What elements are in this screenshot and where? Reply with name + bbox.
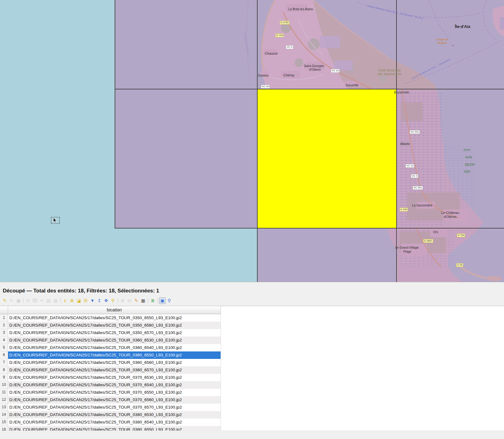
copy-features-button: ▤ <box>45 297 52 304</box>
row-number[interactable]: 2 <box>0 322 8 329</box>
reload-button: ⟳ <box>25 297 31 304</box>
table-row[interactable]: 14D:/EN_COURS/REF_DATA/IGN/SCAN25/17/dal… <box>0 411 221 419</box>
conditional-formatting-button[interactable]: ≣ <box>149 297 156 304</box>
location-cell[interactable]: D:/EN_COURS/REF_DATA/IGN/SCAN25/17/dalle… <box>8 389 221 396</box>
location-cell[interactable]: D:/EN_COURS/REF_DATA/IGN/SCAN25/17/dalle… <box>8 411 221 419</box>
table-corner-cell[interactable] <box>0 306 8 314</box>
location-cell[interactable]: D:/EN_COURS/REF_DATA/IGN/SCAN25/17/dalle… <box>8 366 221 374</box>
selected-tile[interactable] <box>257 89 396 228</box>
location-cell[interactable]: D:/EN_COURS/REF_DATA/IGN/SCAN25/17/dalle… <box>8 329 221 337</box>
map-tile[interactable] <box>397 229 504 282</box>
paste-features-button: ▥ <box>52 297 59 304</box>
pan-to-selection-button[interactable]: ✥ <box>103 297 109 304</box>
deselect-all-button[interactable]: ☒ <box>82 297 89 304</box>
toolbar-separator <box>60 298 61 303</box>
attribute-table-panel: Découpé — Total des entités: 18, Filtrée… <box>0 282 504 439</box>
row-number[interactable]: 6 <box>0 351 8 359</box>
cut-features-button: ✂ <box>39 297 45 304</box>
table-row[interactable]: 9D:/EN_COURS/REF_DATA/IGN/SCAN25/17/dall… <box>0 374 221 381</box>
location-cell[interactable]: D:/EN_COURS/REF_DATA/IGN/SCAN25/17/dalle… <box>8 426 221 431</box>
filter-select-button[interactable]: ▼ <box>89 297 96 304</box>
column-header-location[interactable]: location <box>8 306 221 314</box>
table-row[interactable]: 11D:/EN_COURS/REF_DATA/IGN/SCAN25/17/dal… <box>0 389 221 396</box>
toolbar-separator <box>23 298 24 303</box>
row-number[interactable]: 14 <box>0 411 8 419</box>
delete-field-button: ⊟ <box>126 297 133 304</box>
save-edits-button: ▣ <box>15 297 22 304</box>
qgis-window: La Brée-les-BainsChaucreDominoChéraySain… <box>0 0 504 439</box>
toolbar-separator <box>118 298 118 303</box>
tile-grid-line <box>257 0 258 282</box>
row-number[interactable]: 4 <box>0 337 8 344</box>
table-row[interactable]: 15D:/EN_COURS/REF_DATA/IGN/SCAN25/17/dal… <box>0 419 221 426</box>
attribute-table: location 1D:/EN_COURS/REF_DATA/IGN/SCAN2… <box>0 306 504 430</box>
dock-attribute-table-button[interactable]: ▣ <box>159 297 166 304</box>
table-row[interactable]: 3D:/EN_COURS/REF_DATA/IGN/SCAN25/17/dall… <box>0 329 221 337</box>
location-cell[interactable]: D:/EN_COURS/REF_DATA/IGN/SCAN25/17/dalle… <box>8 337 221 344</box>
row-number[interactable]: 8 <box>0 366 8 374</box>
table-body: 1D:/EN_COURS/REF_DATA/IGN/SCAN25/17/dall… <box>0 314 221 431</box>
table-row[interactable]: 7D:/EN_COURS/REF_DATA/IGN/SCAN25/17/dall… <box>0 359 221 366</box>
zoom-to-selection-button[interactable]: ⚲ <box>110 297 116 304</box>
row-number[interactable]: 11 <box>0 389 8 396</box>
row-number[interactable]: 3 <box>0 329 8 337</box>
toolbar-separator <box>158 298 158 303</box>
location-cell[interactable]: D:/EN_COURS/REF_DATA/IGN/SCAN25/17/dalle… <box>8 359 221 366</box>
location-cell[interactable]: D:/EN_COURS/REF_DATA/IGN/SCAN25/17/dalle… <box>8 419 221 426</box>
location-cell[interactable]: D:/EN_COURS/REF_DATA/IGN/SCAN25/17/dalle… <box>8 344 221 351</box>
map-canvas[interactable]: La Brée-les-BainsChaucreDominoChéraySain… <box>0 0 504 282</box>
location-cell[interactable]: D:/EN_COURS/REF_DATA/IGN/SCAN25/17/dalle… <box>8 351 221 359</box>
multi-edit-button: ✎ <box>8 297 15 304</box>
selection-cursor-icon <box>51 217 60 224</box>
row-number[interactable]: 7 <box>0 359 8 366</box>
table-row[interactable]: 6D:/EN_COURS/REF_DATA/IGN/SCAN25/17/dall… <box>0 351 221 359</box>
table-row[interactable]: 8D:/EN_COURS/REF_DATA/IGN/SCAN25/17/dall… <box>0 366 221 374</box>
location-cell[interactable]: D:/EN_COURS/REF_DATA/IGN/SCAN25/17/dalle… <box>8 374 221 381</box>
table-row[interactable]: 10D:/EN_COURS/REF_DATA/IGN/SCAN25/17/dal… <box>0 381 221 389</box>
open-calculator-button[interactable]: ▦ <box>140 297 146 304</box>
table-row[interactable]: 16D:/EN_COURS/REF_DATA/IGN/SCAN25/17/dal… <box>0 426 221 431</box>
select-all-button[interactable]: ≣ <box>69 297 75 304</box>
location-cell[interactable]: D:/EN_COURS/REF_DATA/IGN/SCAN25/17/dalle… <box>8 404 221 411</box>
map-tile[interactable] <box>397 89 504 228</box>
table-header-row: location <box>0 306 221 314</box>
map-tile[interactable] <box>115 0 257 89</box>
map-tile[interactable] <box>397 0 504 89</box>
row-number[interactable]: 1 <box>0 314 8 322</box>
location-cell[interactable]: D:/EN_COURS/REF_DATA/IGN/SCAN25/17/dalle… <box>8 322 221 329</box>
panel-title: Découpé — Total des entités: 18, Filtrée… <box>3 288 159 294</box>
map-tile[interactable] <box>258 229 396 282</box>
table-row[interactable]: 13D:/EN_COURS/REF_DATA/IGN/SCAN25/17/dal… <box>0 404 221 411</box>
location-cell[interactable]: D:/EN_COURS/REF_DATA/IGN/SCAN25/17/dalle… <box>8 314 221 322</box>
row-number[interactable]: 15 <box>0 419 8 426</box>
row-number[interactable]: 16 <box>0 426 8 431</box>
delete-selected-button: ⌧ <box>32 297 38 304</box>
toolbar-separator <box>148 298 148 303</box>
toggle-editing-button[interactable]: ✎ <box>2 297 8 304</box>
map-tile[interactable] <box>258 0 396 89</box>
search-zoom-button[interactable]: ⚲ <box>166 297 172 304</box>
row-number[interactable]: 5 <box>0 344 8 351</box>
map-tile[interactable] <box>115 89 257 228</box>
attribute-toolbar: ✎✎▣⟳⌧✂▤▥ε≣◪☒▼↥✥⚲⊞⊟✎▦≣▣⚲ <box>2 297 173 304</box>
tile-grid-line <box>115 89 504 89</box>
location-cell[interactable]: D:/EN_COURS/REF_DATA/IGN/SCAN25/17/dalle… <box>8 381 221 389</box>
field-calculator-button[interactable]: ✎ <box>133 297 140 304</box>
invert-selection-button[interactable]: ◪ <box>76 297 82 304</box>
row-number[interactable]: 13 <box>0 404 8 411</box>
table-row[interactable]: 4D:/EN_COURS/REF_DATA/IGN/SCAN25/17/dall… <box>0 337 221 344</box>
move-selection-to-top-button[interactable]: ↥ <box>96 297 103 304</box>
row-number[interactable]: 10 <box>0 381 8 389</box>
tile-grid-line <box>115 228 504 229</box>
row-number[interactable]: 9 <box>0 374 8 381</box>
table-row[interactable]: 5D:/EN_COURS/REF_DATA/IGN/SCAN25/17/dall… <box>0 344 221 351</box>
table-row[interactable]: 12D:/EN_COURS/REF_DATA/IGN/SCAN25/17/dal… <box>0 396 221 404</box>
table-row[interactable]: 1D:/EN_COURS/REF_DATA/IGN/SCAN25/17/dall… <box>0 314 221 322</box>
location-cell[interactable]: D:/EN_COURS/REF_DATA/IGN/SCAN25/17/dalle… <box>8 396 221 404</box>
new-field-button: ⊞ <box>119 297 126 304</box>
tile-grid-line <box>396 0 397 282</box>
row-number[interactable]: 12 <box>0 396 8 404</box>
tile-grid-line <box>115 0 115 229</box>
table-row[interactable]: 2D:/EN_COURS/REF_DATA/IGN/SCAN25/17/dall… <box>0 322 221 329</box>
select-by-expression-button[interactable]: ε <box>62 297 68 304</box>
